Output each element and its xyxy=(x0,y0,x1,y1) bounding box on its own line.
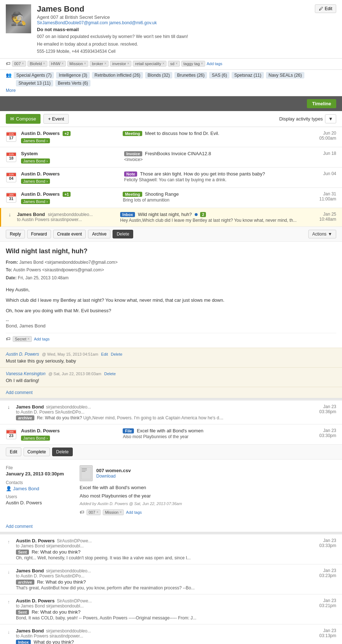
james-bond-tag-3[interactable]: James Bond › xyxy=(21,179,50,184)
unread-badge xyxy=(195,213,198,216)
email-link-2[interactable]: james.bond@mi6.gov.uk xyxy=(109,20,157,25)
tag-remove-retail[interactable]: × xyxy=(162,62,165,65)
tag-broker[interactable]: broker × xyxy=(90,61,109,67)
james-bond-tag-4[interactable]: James Bond › xyxy=(21,199,50,204)
james-bond-tag-1[interactable]: James Bond › xyxy=(21,138,50,143)
activity-item-invoice[interactable]: JUN 18 System James Bond › Invoice Fresh… xyxy=(0,147,342,168)
badge-archive-1: archive xyxy=(16,415,34,420)
tag-remove-broker[interactable]: × xyxy=(104,62,106,65)
svg-rect-1 xyxy=(82,468,87,469)
edit-button[interactable]: 🖊 Edit xyxy=(315,4,336,13)
file-complete-button[interactable]: Complete xyxy=(24,448,50,456)
reply-button[interactable]: Reply xyxy=(6,230,25,238)
email-add-tags-link[interactable]: Add tags xyxy=(34,337,50,341)
group-spetsnaz[interactable]: Spetsnaz (11) xyxy=(232,72,264,79)
tag-investor[interactable]: investor × xyxy=(110,61,131,67)
file-edit-button[interactable]: Edit xyxy=(6,448,21,456)
tag-sd[interactable]: sd × xyxy=(168,61,180,67)
email-sender-short-archive-2: sirjamesbonddoubleo... xyxy=(46,568,91,573)
email-item-archive-1[interactable]: ↓ James Bond sirjamesbonddoubleo... to A… xyxy=(0,401,342,424)
activity-item-file[interactable]: JAN 23 Austin D. Powers James Bond › Fil… xyxy=(0,424,342,445)
file-tag-remove-mission[interactable]: × xyxy=(120,510,122,514)
file-left: File January 23, 2013 03:30pm Contacts 👤… xyxy=(6,465,71,515)
forward-button[interactable]: Forward xyxy=(27,230,51,238)
badge-sent-2: Sent xyxy=(16,610,29,615)
tag-remove-taggy[interactable]: × xyxy=(201,62,203,65)
actions-dropdown[interactable]: Actions ▼ xyxy=(308,230,336,238)
profile-name: James Bond xyxy=(37,4,336,14)
email-sender-short-sent-1: SirAustinDPowe... xyxy=(57,538,92,543)
comment-delete-1[interactable]: Delete xyxy=(111,352,122,356)
group-brunettes[interactable]: Brunettes (26) xyxy=(174,72,207,79)
activity-item-email-1[interactable]: ↓ James Bond sirjamesbonddoubleo... to A… xyxy=(0,208,342,227)
svg-rect-0 xyxy=(81,467,91,479)
signature-name: Bond, James Bond xyxy=(6,323,336,329)
tag-remove-007[interactable]: × xyxy=(22,62,24,65)
tag-secret[interactable]: Secret × xyxy=(13,336,32,342)
file-contact-link[interactable]: 👤 James Bond xyxy=(6,486,71,491)
group-retribution[interactable]: Retribution inflicted (26) xyxy=(92,72,143,79)
contact-name: James Bond xyxy=(13,486,39,491)
tag-remove-secret[interactable]: × xyxy=(28,337,30,341)
file-delete-button[interactable]: Delete xyxy=(52,448,73,456)
email-item-archive-2[interactable]: ↓ James Bond sirjamesbonddoubleo... to A… xyxy=(0,564,342,594)
add-tags-link[interactable]: Add tags xyxy=(207,62,222,66)
email-preview-sent-2: Bond, It was COLD, baby, yeah! -- Powers… xyxy=(16,615,226,620)
groups-more-link[interactable]: More xyxy=(6,88,336,93)
file-tag-remove-007[interactable]: × xyxy=(96,510,98,514)
tag-007[interactable]: 007 × xyxy=(12,61,26,67)
delete-button[interactable]: Delete xyxy=(113,230,133,238)
james-bond-tag-file[interactable]: James Bond › xyxy=(21,436,50,441)
timeline-button[interactable]: Timeline xyxy=(307,99,336,108)
profile-phone: 555-1239 Mobile, +44 43593434534 Cell xyxy=(37,49,336,54)
create-event-button[interactable]: Create event xyxy=(53,230,86,238)
tag-remove-investor[interactable]: × xyxy=(127,62,130,65)
email-item-sent-1[interactable]: ↑ Austin D. Powers SirAustinDPowe... to … xyxy=(0,534,342,564)
james-bond-tag-2[interactable]: James Bond › xyxy=(21,158,50,164)
activity-date-file: Jan 2303:30pm xyxy=(319,428,336,438)
comment-author-1: Austin D. Powers xyxy=(6,352,39,357)
file-add-tags-link[interactable]: Add tags xyxy=(126,510,142,514)
activity-date-3: Jun 04 xyxy=(323,171,336,176)
group-shayetet[interactable]: Shayetet 13 (11) xyxy=(16,80,53,86)
compose-button[interactable]: ✉ Compose xyxy=(6,114,41,124)
add-comment-link-1[interactable]: Add comment xyxy=(0,387,342,398)
download-link[interactable]: Download xyxy=(96,474,115,479)
group-blonds[interactable]: Blonds (32) xyxy=(145,72,172,79)
group-berets[interactable]: Berets Verts (6) xyxy=(55,80,90,86)
archive-button[interactable]: Archive xyxy=(88,230,110,238)
file-desc-2: Also most Playbunnies of the year xyxy=(80,493,336,499)
comment-edit-1[interactable]: Edit xyxy=(101,352,108,356)
group-intelligence[interactable]: Intelligence (3) xyxy=(56,72,90,79)
tag-remove-hnw[interactable]: × xyxy=(62,62,64,65)
email-sender-sent-1: Austin D. Powers xyxy=(16,538,55,543)
file-tag-mission[interactable]: Mission × xyxy=(103,509,124,515)
activity-item-meeting-1[interactable]: JUN 17 Austin D. Powers +2 James Bond › … xyxy=(0,127,342,147)
tag-taggy[interactable]: taggy tag × xyxy=(181,61,205,67)
activity-main-file: Austin D. Powers James Bond › xyxy=(21,428,115,441)
file-tag-007[interactable]: 007 × xyxy=(86,509,101,515)
email-item-sent-2[interactable]: ↑ Austin D. Powers SirAustinDPowe... to … xyxy=(0,594,342,624)
group-special-agents[interactable]: Special Agents (7) xyxy=(14,72,54,79)
group-sas[interactable]: SAS (6) xyxy=(209,72,229,79)
tag-mission[interactable]: Mission × xyxy=(67,61,88,67)
group-navy-seals[interactable]: Navy SEALs (26) xyxy=(266,72,304,79)
email-link-1[interactable]: SirJamesBondDouble07@gmail.com xyxy=(37,20,108,25)
tag-remove-blofeld[interactable]: × xyxy=(43,62,45,65)
tag-remove-mission[interactable]: × xyxy=(84,62,86,65)
comment-delete-2[interactable]: Delete xyxy=(104,372,116,376)
tag-blofeld[interactable]: Blofeld × xyxy=(28,61,47,67)
activity-item-meeting-2[interactable]: JAN 31 Austin D. Powers +1 James Bond › … xyxy=(0,188,342,208)
compose-label: Compose xyxy=(16,116,36,122)
tag-hnw[interactable]: HNW × xyxy=(49,61,66,67)
activity-subject-4: Shooting Range xyxy=(145,191,179,197)
email-item-inbox-1[interactable]: ↓ James Bond sirjamesbonddoubleo... to A… xyxy=(0,624,342,644)
tag-remove-sd[interactable]: × xyxy=(176,62,178,65)
file-add-comment-link[interactable]: Add comment xyxy=(0,521,342,532)
tag-retail[interactable]: retail speciality × xyxy=(133,61,166,67)
activity-date-1: Jun 2005:00am xyxy=(319,131,336,141)
activity-item-note[interactable]: JUN 04 Austin D. Powers James Bond › Not… xyxy=(0,168,342,188)
activity-type-dropdown[interactable]: ▼ xyxy=(325,114,336,123)
add-event-button[interactable]: + Event xyxy=(43,114,69,124)
activity-subject-5: Wild night last night, huh? xyxy=(138,212,192,217)
